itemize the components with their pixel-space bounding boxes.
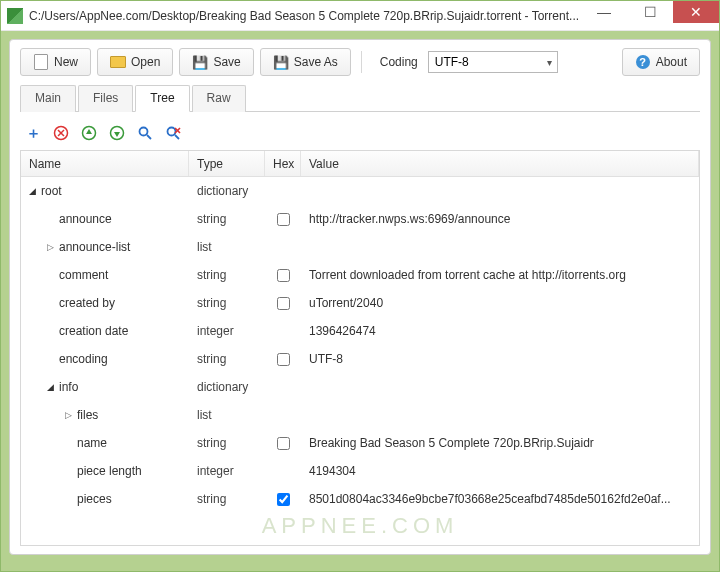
tree-body[interactable]: ◢rootdictionaryannouncestringhttp://trac…: [21, 177, 699, 545]
window-title: C:/Users/AppNee.com/Desktop/Breaking Bad…: [29, 9, 581, 23]
maximize-button[interactable]: ☐: [627, 1, 673, 23]
node-name: info: [59, 380, 78, 394]
add-icon[interactable]: ＋: [24, 124, 42, 142]
help-icon: [635, 54, 651, 70]
tree-panel: Name Type Hex Value ◢rootdictionaryannou…: [20, 150, 700, 546]
tab-tree[interactable]: Tree: [135, 85, 189, 112]
new-button[interactable]: New: [20, 48, 91, 76]
divider: [361, 51, 362, 73]
coding-label: Coding: [380, 55, 418, 69]
collapse-icon[interactable]: ◢: [27, 186, 37, 196]
node-value: Breaking Bad Season 5 Complete 720p.BRri…: [301, 436, 699, 450]
col-value[interactable]: Value: [301, 151, 699, 176]
node-name: files: [77, 408, 98, 422]
app-window: C:/Users/AppNee.com/Desktop/Breaking Bad…: [0, 0, 720, 572]
move-down-icon[interactable]: [108, 124, 126, 142]
node-name: encoding: [59, 352, 108, 366]
titlebar: C:/Users/AppNee.com/Desktop/Breaking Bad…: [1, 1, 719, 31]
minimize-button[interactable]: —: [581, 1, 627, 23]
svg-point-5: [140, 128, 148, 136]
about-label: About: [656, 55, 687, 69]
save-icon: [273, 54, 289, 70]
watermark: APPNEE.COM: [262, 513, 459, 539]
tab-strip: MainFilesTreeRaw: [20, 84, 700, 112]
expand-icon[interactable]: ▷: [63, 410, 73, 420]
node-value: 8501d0804ac3346e9bcbe7f03668e25ceafbd748…: [301, 492, 699, 506]
toolbar: New Open Save Save As Coding About: [20, 48, 700, 84]
hex-cell: [265, 437, 301, 450]
app-icon: [7, 8, 23, 24]
move-up-icon[interactable]: [80, 124, 98, 142]
node-name: comment: [59, 268, 108, 282]
tree-row[interactable]: ▷fileslist: [21, 401, 699, 429]
new-label: New: [54, 55, 78, 69]
footer-gap: [9, 555, 711, 563]
hex-cell: [265, 297, 301, 310]
collapse-icon[interactable]: ◢: [45, 382, 55, 392]
node-name: piece length: [77, 464, 142, 478]
tree-row[interactable]: piecesstring8501d0804ac3346e9bcbe7f03668…: [21, 485, 699, 513]
col-hex[interactable]: Hex: [265, 151, 301, 176]
save-button[interactable]: Save: [179, 48, 253, 76]
find-icon[interactable]: [136, 124, 154, 142]
node-type: string: [189, 268, 265, 282]
node-type: string: [189, 436, 265, 450]
tree-row[interactable]: ◢rootdictionary: [21, 177, 699, 205]
save-label: Save: [213, 55, 240, 69]
save-icon: [192, 54, 208, 70]
node-name: pieces: [77, 492, 112, 506]
close-button[interactable]: ✕: [673, 1, 719, 23]
node-name: creation date: [59, 324, 128, 338]
node-value: http://tracker.nwps.ws:6969/announce: [301, 212, 699, 226]
hex-checkbox[interactable]: [277, 297, 290, 310]
tab-files[interactable]: Files: [78, 85, 133, 112]
save-as-button[interactable]: Save As: [260, 48, 351, 76]
tree-row[interactable]: ◢infodictionary: [21, 373, 699, 401]
node-type: list: [189, 240, 265, 254]
hex-cell: [265, 269, 301, 282]
coding-select-wrap: [428, 51, 558, 73]
hex-checkbox[interactable]: [277, 493, 290, 506]
window-controls: — ☐ ✕: [581, 1, 719, 30]
tree-row[interactable]: creation dateinteger1396426474: [21, 317, 699, 345]
node-value: uTorrent/2040: [301, 296, 699, 310]
svg-line-8: [175, 135, 179, 139]
about-button[interactable]: About: [622, 48, 700, 76]
node-value: 1396426474: [301, 324, 699, 338]
expand-icon[interactable]: ▷: [45, 242, 55, 252]
tree-row[interactable]: commentstringTorrent downloaded from tor…: [21, 261, 699, 289]
node-value: 4194304: [301, 464, 699, 478]
tab-main[interactable]: Main: [20, 85, 76, 112]
node-name: announce-list: [59, 240, 130, 254]
tree-action-bar: ＋: [20, 116, 700, 150]
tree-row[interactable]: piece lengthinteger4194304: [21, 457, 699, 485]
hex-checkbox[interactable]: [277, 269, 290, 282]
tree-row[interactable]: encodingstringUTF-8: [21, 345, 699, 373]
find-clear-icon[interactable]: [164, 124, 182, 142]
node-type: dictionary: [189, 380, 265, 394]
node-type: string: [189, 492, 265, 506]
col-name[interactable]: Name: [21, 151, 189, 176]
tree-row[interactable]: namestringBreaking Bad Season 5 Complete…: [21, 429, 699, 457]
inner-panel: New Open Save Save As Coding About MainF…: [9, 39, 711, 555]
hex-checkbox[interactable]: [277, 213, 290, 226]
tree-row[interactable]: ▷announce-listlist: [21, 233, 699, 261]
hex-checkbox[interactable]: [277, 353, 290, 366]
col-type[interactable]: Type: [189, 151, 265, 176]
tab-raw[interactable]: Raw: [192, 85, 246, 112]
hex-checkbox[interactable]: [277, 437, 290, 450]
open-label: Open: [131, 55, 160, 69]
folder-icon: [110, 54, 126, 70]
node-name: announce: [59, 212, 112, 226]
coding-select[interactable]: [428, 51, 558, 73]
tree-row[interactable]: announcestringhttp://tracker.nwps.ws:696…: [21, 205, 699, 233]
node-value: UTF-8: [301, 352, 699, 366]
new-icon: [33, 54, 49, 70]
hex-cell: [265, 493, 301, 506]
open-button[interactable]: Open: [97, 48, 173, 76]
node-name: root: [41, 184, 62, 198]
tree-row[interactable]: created bystringuTorrent/2040: [21, 289, 699, 317]
delete-icon[interactable]: [52, 124, 70, 142]
hex-cell: [265, 353, 301, 366]
node-type: dictionary: [189, 184, 265, 198]
